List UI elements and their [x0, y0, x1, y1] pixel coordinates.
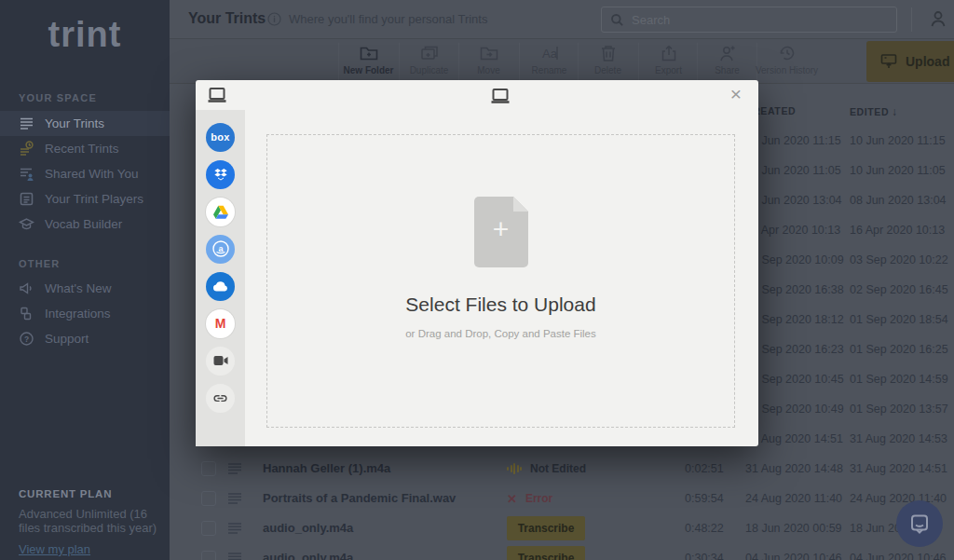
trint-app: trint YOUR SPACE Your Trints Recent Trin…: [0, 0, 954, 560]
sidebar-item-your-trint-players[interactable]: Your Trint Players: [0, 186, 170, 212]
transcript-lines-icon: [227, 521, 242, 536]
sidebar-item-integrations[interactable]: Integrations: [0, 301, 170, 326]
error-x-icon: ✕: [507, 492, 517, 506]
sidebar-item-whats-new[interactable]: What's New: [0, 276, 170, 301]
toolbar-button-label: Export: [655, 65, 682, 75]
chat-launcher-button[interactable]: [896, 500, 943, 547]
link-icon: [206, 384, 235, 413]
sidebar-item-recent-trints[interactable]: Recent Trints: [0, 136, 170, 161]
transcribe-button[interactable]: Transcribe: [507, 546, 585, 560]
shared-icon: [19, 166, 34, 182]
computer-source-icon[interactable]: [207, 87, 227, 103]
upload-sources-rail: box a M: [196, 110, 245, 446]
player-icon: [19, 191, 34, 207]
search-input[interactable]: [632, 13, 888, 27]
recent-clock-icon: [19, 141, 34, 157]
toolbar-button-label: Move: [477, 65, 499, 75]
source-link-button[interactable]: [196, 379, 245, 417]
transcript-lines-icon: [19, 116, 34, 131]
sidebar-item-vocab-builder[interactable]: Vocab Builder: [0, 212, 170, 237]
share-button[interactable]: Share: [697, 43, 756, 82]
row-checkbox[interactable]: [201, 521, 216, 536]
sidebar-item-your-trints[interactable]: Your Trints: [0, 111, 170, 136]
duration: 0:02:51: [685, 454, 724, 484]
export-button[interactable]: Export: [638, 43, 698, 82]
file-name[interactable]: Portraits of a Pandemic Final.wav: [263, 484, 456, 513]
source-dropbox-button[interactable]: [196, 156, 245, 193]
toolbar-button-label: Share: [715, 65, 740, 75]
folder-plus-icon: [359, 43, 379, 63]
info-icon: [267, 12, 281, 26]
move-button[interactable]: Move: [458, 43, 518, 82]
rename-icon: Aa: [539, 43, 560, 63]
transcript-lines-icon: [227, 461, 242, 476]
version-history-icon: [777, 43, 797, 63]
source-amazon-drive-button[interactable]: a: [196, 230, 245, 267]
source-gmail-button[interactable]: M: [196, 305, 245, 342]
transcribe-button[interactable]: Transcribe: [507, 516, 585, 540]
file-name[interactable]: audio_only.m4a: [263, 513, 353, 543]
svg-text:Aa: Aa: [542, 47, 558, 61]
section-label-your-space: YOUR SPACE: [19, 92, 97, 103]
account-person-icon[interactable]: [928, 8, 948, 29]
search-icon: [610, 13, 624, 27]
file-name[interactable]: Hannah Geller (1).m4a: [263, 454, 390, 484]
amazon-drive-icon: a: [206, 235, 235, 264]
table-row[interactable]: audio_only.m4a Transcribe 0:30:34 04 Jun…: [170, 543, 954, 560]
computer-tab-icon: [490, 88, 511, 104]
duration: 0:30:34: [685, 543, 724, 560]
status-badge-not-edited: Not Edited: [507, 454, 586, 484]
file-name[interactable]: audio_only.m4a: [263, 543, 353, 560]
new-folder-button[interactable]: New Folder: [338, 43, 398, 82]
row-checkbox[interactable]: [201, 461, 216, 476]
sidebar-item-label: Recent Trints: [45, 142, 119, 156]
table-row[interactable]: Hannah Geller (1).m4a Not Edited 0:02:51…: [170, 454, 954, 484]
upload-modal-header: ×: [196, 80, 758, 110]
megaphone-icon: [19, 280, 34, 296]
upload-button[interactable]: Upload: [866, 41, 954, 82]
version-history-button[interactable]: Version History: [756, 43, 816, 82]
sidebar-item-label: What's New: [45, 281, 112, 295]
sidebar-item-label: Integrations: [45, 307, 111, 321]
source-onedrive-button[interactable]: [196, 267, 245, 305]
row-checkbox[interactable]: [201, 551, 216, 560]
sidebar-item-label: Shared With You: [45, 167, 139, 181]
sidebar-item-shared-with-you[interactable]: Shared With You: [0, 161, 170, 186]
file-dropzone[interactable]: + Select Files to Upload or Drag and Dro…: [266, 134, 735, 428]
delete-button[interactable]: Delete: [578, 43, 637, 82]
sort-descending-icon: ↓: [892, 105, 898, 118]
page-header: Your Trints Where you'll find your perso…: [170, 0, 954, 39]
duplicate-button[interactable]: Duplicate: [399, 43, 458, 82]
table-row[interactable]: Portraits of a Pandemic Final.wav ✕ Erro…: [170, 484, 954, 513]
source-camera-button[interactable]: [196, 342, 245, 379]
toolbar-button-label: Delete: [594, 65, 621, 75]
sidebar-item-label: Vocab Builder: [45, 217, 122, 231]
view-my-plan-link[interactable]: View my plan: [19, 542, 90, 556]
question-icon: ?: [19, 331, 34, 347]
transcript-lines-icon: [227, 491, 242, 506]
upload-button-label: Upload: [906, 54, 949, 69]
current-plan-panel: CURRENT PLAN Advanced Unlimited (16 file…: [19, 488, 158, 557]
box-icon: box: [206, 123, 235, 152]
header-divider: [911, 7, 912, 32]
source-google-drive-button[interactable]: [196, 193, 245, 230]
toolbar-button-label: Rename: [532, 65, 567, 75]
sidebar: trint YOUR SPACE Your Trints Recent Trin…: [0, 0, 170, 560]
sidebar-item-support[interactable]: ? Support: [0, 326, 170, 351]
google-drive-icon: [206, 198, 235, 226]
toolbar: New Folder Duplicate Move Aa Rename Dele…: [170, 39, 954, 84]
sidebar-item-label: Support: [45, 332, 89, 346]
current-plan-description: Advanced Unlimited (16 files transcribed…: [19, 507, 158, 535]
close-icon[interactable]: ×: [725, 83, 747, 105]
video-camera-icon: [206, 347, 235, 376]
source-box-button[interactable]: box: [196, 118, 245, 156]
column-header-edited[interactable]: EDITED↓: [850, 105, 898, 118]
table-row[interactable]: audio_only.m4a Transcribe 0:48:22 18 Jun…: [170, 513, 954, 543]
sidebar-item-label: Your Trints: [45, 116, 104, 130]
vocab-cap-icon: [19, 216, 34, 232]
toolbar-button-label: New Folder: [344, 65, 394, 75]
search-box[interactable]: [601, 7, 897, 33]
row-checkbox[interactable]: [201, 491, 216, 506]
rename-button[interactable]: Aa Rename: [519, 43, 579, 82]
onedrive-icon: [206, 272, 235, 301]
